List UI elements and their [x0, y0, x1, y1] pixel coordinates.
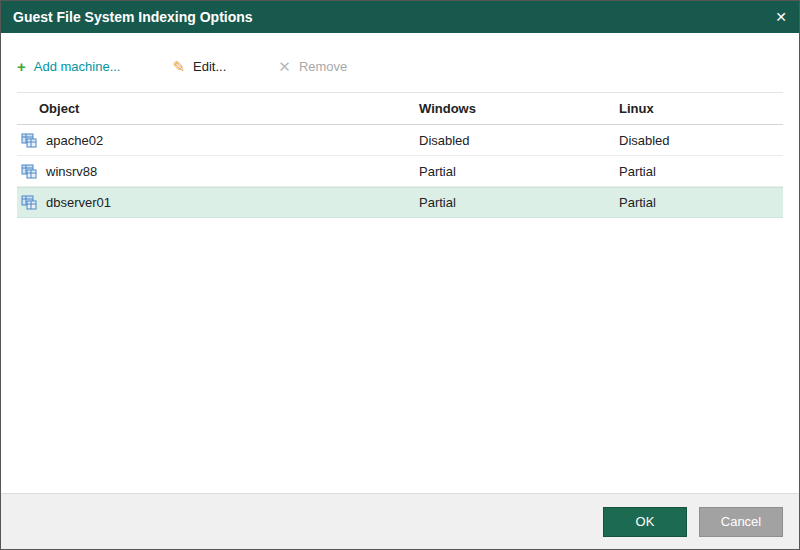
table-row[interactable]: winsrv88 Partial Partial	[17, 156, 783, 187]
linux-indexing-value: Partial	[619, 195, 783, 210]
linux-indexing-value: Disabled	[619, 133, 783, 148]
machine-name: apache02	[46, 133, 103, 148]
windows-indexing-value: Partial	[419, 164, 619, 179]
footer-bar: OK Cancel	[1, 493, 799, 549]
close-icon[interactable]: ✕	[763, 1, 787, 33]
ok-button[interactable]: OK	[603, 507, 687, 537]
add-machine-button[interactable]: + Add machine...	[17, 59, 120, 74]
table-row[interactable]: dbserver01 Partial Partial	[17, 187, 783, 218]
windows-indexing-value: Partial	[419, 195, 619, 210]
plus-icon: +	[17, 59, 26, 74]
column-header-object[interactable]: Object	[17, 101, 419, 116]
vm-icon	[21, 164, 37, 179]
dialog-title: Guest File System Indexing Options	[13, 9, 763, 25]
remove-button[interactable]: ✕ Remove	[278, 59, 347, 74]
column-header-windows[interactable]: Windows	[419, 101, 619, 116]
dialog-window: Guest File System Indexing Options ✕ + A…	[0, 0, 800, 550]
column-header-linux[interactable]: Linux	[619, 101, 783, 116]
edit-button[interactable]: ✎ Edit...	[172, 59, 226, 74]
titlebar: Guest File System Indexing Options ✕	[1, 1, 799, 33]
x-icon: ✕	[278, 59, 291, 74]
windows-indexing-value: Disabled	[419, 133, 619, 148]
machine-name: winsrv88	[46, 164, 97, 179]
machine-name: dbserver01	[46, 195, 111, 210]
linux-indexing-value: Partial	[619, 164, 783, 179]
vm-icon	[21, 195, 37, 210]
empty-area	[1, 218, 799, 493]
edit-label: Edit...	[193, 59, 226, 74]
table-row[interactable]: apache02 Disabled Disabled	[17, 125, 783, 156]
table-header: Object Windows Linux	[17, 92, 783, 125]
cancel-button[interactable]: Cancel	[699, 507, 783, 537]
add-machine-label: Add machine...	[34, 59, 121, 74]
pencil-icon: ✎	[172, 59, 185, 74]
remove-label: Remove	[299, 59, 347, 74]
table-body: apache02 Disabled Disabled winsrv88 Part…	[17, 125, 783, 218]
vm-icon	[21, 133, 37, 148]
toolbar: + Add machine... ✎ Edit... ✕ Remove	[1, 33, 799, 92]
machines-table: Object Windows Linux apache02 Disabled D…	[17, 92, 783, 218]
